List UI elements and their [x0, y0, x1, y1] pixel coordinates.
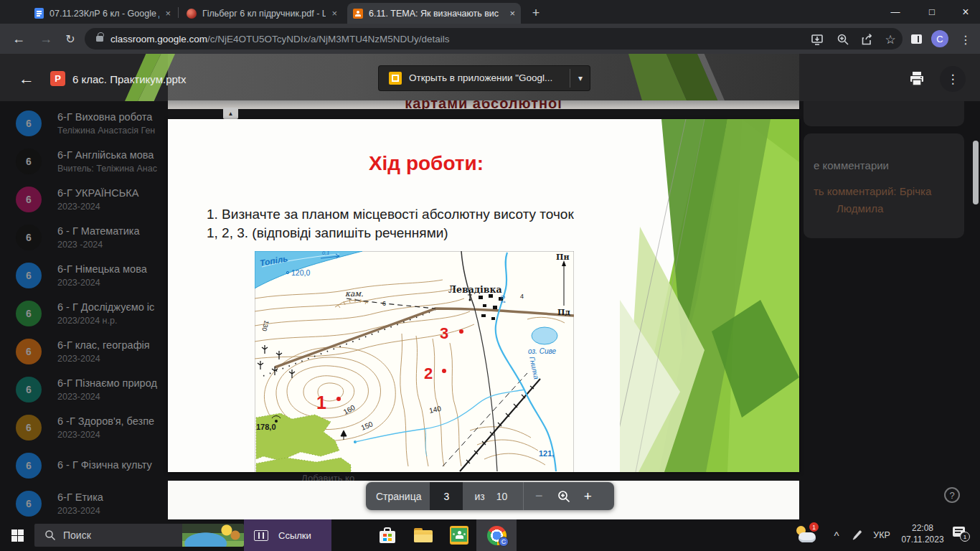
notification-badge: 1: [960, 532, 970, 542]
map-label-track-num: 6: [382, 300, 386, 307]
tab-divider: [178, 7, 179, 18]
window-close-button[interactable]: ×: [950, 0, 980, 24]
map-point-1: 1: [316, 392, 326, 413]
map-label-elev-water: 120,0: [291, 268, 310, 277]
sidebar-item-course[interactable]: 6 6-Г УКРАЇНСЬКА 2023-2024: [0, 181, 168, 218]
browser-menu-icon[interactable]: ⋮: [958, 32, 973, 47]
tray-expand-chevron[interactable]: ^: [828, 527, 845, 544]
open-in-app-label: Открыть в приложении "Googl...: [409, 72, 565, 83]
tab-strip: 07.11.23КлР 6 кл - Google Доку × Гільбер…: [0, 0, 980, 24]
page-label: Страница: [376, 491, 421, 502]
scrollbar-thumb[interactable]: [973, 141, 979, 204]
slides-app-icon: [389, 72, 402, 85]
tab-google-doc[interactable]: 07.11.23КлР 6 кл - Google Доку ×: [29, 3, 176, 24]
course-badge: 6: [16, 453, 42, 479]
help-button[interactable]: ?: [944, 487, 960, 503]
pptx-file-icon: P: [50, 71, 65, 86]
url-bar[interactable]: classroom.google.com/c/NjE4OTU5OTcyNDIx/…: [85, 28, 903, 50]
sidebar-item-course[interactable]: 6 6-Г Етика 2023-2024: [0, 485, 168, 522]
screen: 07.11.23КлР 6 кл - Google Доку × Гільбер…: [0, 0, 980, 551]
chrome-profile-badge: C: [499, 537, 509, 547]
taskbar-explorer-icon[interactable]: [412, 524, 435, 547]
page-gap: [168, 109, 799, 119]
file-title: 6 клас. Практикум.pptx: [72, 73, 230, 85]
search-highlight-image: [182, 524, 244, 547]
window-minimize-button[interactable]: —: [880, 0, 911, 24]
course-subtitle: 2023-2024: [57, 430, 166, 440]
sidebar-item-course[interactable]: 6 6-Г Виховна робота Теліжина Анастасія …: [0, 105, 168, 142]
start-button[interactable]: [0, 519, 34, 551]
tab-classroom-active[interactable]: 6.11. ТЕМА: Як визначають вис ×: [347, 3, 521, 24]
new-tab-button[interactable]: +: [527, 4, 545, 22]
total-pages: 10: [496, 491, 508, 502]
weather-badge: 1: [809, 522, 819, 532]
tab-title: 6.11. ТЕМА: Як визначають вис: [369, 9, 504, 19]
sidebar-item-course[interactable]: 6 6-Г клас, географія 2023-2024: [0, 333, 168, 370]
forward-button[interactable]: →: [36, 26, 56, 52]
slide-decoration: [620, 119, 799, 472]
course-subtitle: 2023-2024: [57, 354, 166, 364]
avatar[interactable]: C: [931, 30, 948, 47]
more-options-icon: ⋮: [947, 72, 959, 87]
sidebar-item-course[interactable]: 6 6-Г Пізнаємо природ 2023-2024: [0, 371, 168, 408]
map-point-3: 3: [440, 324, 448, 342]
course-badge: 6: [16, 110, 42, 136]
course-title: 6 -Г Здоров'я, безпе: [57, 415, 166, 427]
sidebar-item-course[interactable]: 6 6 -Г Здоров'я, безпе 2023-2024: [0, 409, 168, 446]
current-page-field[interactable]: 3: [430, 482, 463, 510]
sidebar-item-course[interactable]: 6 6-Г Англійська мова Вчитель: Теліжина …: [0, 143, 168, 180]
sidebar-item-course[interactable]: 6 6 - Г Математика 2023 -2024: [0, 219, 168, 256]
close-icon[interactable]: ×: [509, 8, 515, 19]
map-label-quarry: кам.: [345, 289, 364, 298]
add-comment-link[interactable]: ть комментарий: Брічка: [814, 185, 957, 197]
reload-button[interactable]: ↻: [60, 26, 80, 52]
slide-page-3: Хід роботи: 1. Визначте за планом місцев…: [168, 119, 799, 472]
zoom-in-button[interactable]: +: [575, 482, 600, 510]
course-badge: 6: [16, 339, 42, 364]
taskbar-chrome-active[interactable]: C: [476, 519, 517, 551]
taskbar-classroom-icon[interactable]: [448, 524, 471, 547]
taskbar-store-icon[interactable]: [376, 524, 399, 547]
bookmark-star-icon[interactable]: ☆: [882, 32, 898, 47]
scroll-up-button[interactable]: ▲: [223, 108, 238, 119]
side-panel-icon[interactable]: [911, 34, 922, 44]
course-subtitle: Теліжина Анастасія Ген: [57, 126, 166, 136]
close-icon[interactable]: ×: [165, 8, 171, 19]
tab-pdf[interactable]: Гільберг 6 кл підручник.pdf - L ×: [181, 3, 343, 24]
install-icon[interactable]: [811, 33, 824, 46]
tray-weather-icon[interactable]: 1: [795, 524, 819, 547]
tray-time: 22:08: [898, 523, 947, 533]
print-icon[interactable]: [908, 70, 925, 88]
zoom-lens-icon[interactable]: [557, 489, 571, 504]
back-button[interactable]: ←: [9, 26, 29, 52]
add-comment-link-line2[interactable]: Людмила: [837, 202, 951, 215]
share-icon[interactable]: [861, 33, 874, 46]
page-of-label: из: [474, 491, 484, 502]
taskbar: Поиск Ссылки: [0, 519, 980, 551]
zoom-icon[interactable]: [837, 33, 849, 46]
viewer-menu-circle[interactable]: ⋮: [940, 66, 966, 92]
windows-logo-icon: [11, 529, 24, 542]
links-toolbar[interactable]: Ссылки: [244, 519, 331, 551]
window-maximize-button[interactable]: □: [916, 0, 948, 24]
course-title: 6 - Г Математика: [57, 225, 166, 237]
course-title: 6-Г УКРАЇНСЬКА: [57, 187, 166, 199]
tray-notifications[interactable]: 1: [953, 527, 971, 544]
course-subtitle: Вчитель: Теліжина Анас: [57, 164, 166, 174]
viewer-back-button[interactable]: ←: [16, 68, 37, 90]
sidebar-item-course[interactable]: 6 6-Г Німецька мова 2023-2024: [0, 257, 168, 294]
taskbar-search-box[interactable]: Поиск: [34, 524, 244, 547]
open-with-caret[interactable]: ▾: [571, 66, 590, 90]
course-badge: 6: [16, 263, 42, 288]
sidebar-item-course[interactable]: 6 6 - Г Фізична культу: [0, 447, 168, 484]
search-placeholder: Поиск: [63, 529, 182, 541]
lock-icon: [96, 36, 103, 42]
tray-pen-icon[interactable]: [851, 529, 863, 542]
sidebar-item-course[interactable]: 6 6 - Г Досліджуємо іс 2023/2024 н.р.: [0, 295, 168, 332]
close-icon[interactable]: ×: [331, 8, 337, 19]
classroom-tab-icon: [353, 9, 363, 19]
open-in-app-button[interactable]: Открыть в приложении "Googl... ▾: [379, 66, 590, 90]
tray-language[interactable]: УКР: [870, 527, 894, 544]
zoom-out-button[interactable]: −: [527, 482, 551, 510]
tray-clock[interactable]: 22:08 07.11.2023: [898, 523, 947, 547]
